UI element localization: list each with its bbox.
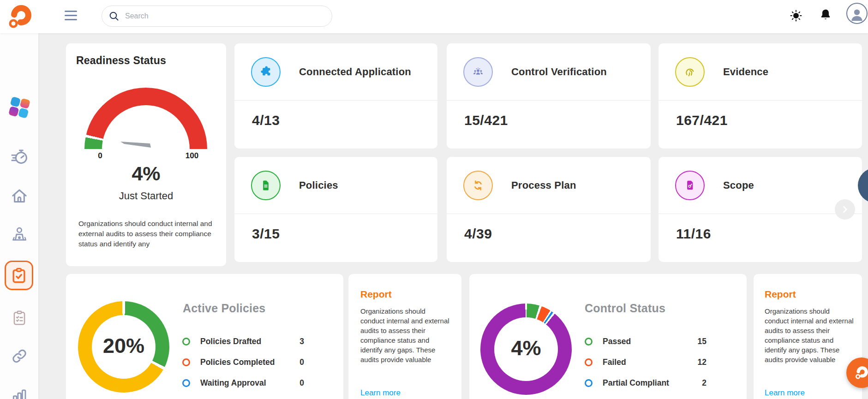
gauge-needle <box>120 139 154 150</box>
search-box[interactable] <box>102 6 332 27</box>
readiness-status-label: Just Started <box>66 190 226 202</box>
fingerprint-icon <box>683 65 697 79</box>
stat-title: Policies <box>299 179 338 191</box>
readiness-percent: 4% <box>66 162 226 185</box>
sidebar-item-tasks[interactable] <box>0 309 38 327</box>
sidebar-nav <box>0 33 38 399</box>
home-icon <box>10 187 29 205</box>
readiness-description: Organizations should conduct internal an… <box>78 219 215 249</box>
legend-value: 0 <box>299 378 304 388</box>
sync-icon <box>472 179 485 192</box>
control-status-card: 4% Control Status Passed 15 Failed 12 Pa… <box>469 274 747 399</box>
stat-card-evidence: Evidence 167/421 <box>658 43 862 149</box>
search-input[interactable] <box>124 12 325 21</box>
active-policies-card: 20% Active Policies Policies Drafted 3 P… <box>66 274 343 399</box>
report-card-right: Report Organizations should conduct inte… <box>754 274 862 399</box>
clipboard-check-icon <box>10 267 28 284</box>
search-icon <box>108 11 120 22</box>
stat-card-process-plan: Process Plan 4/39 <box>447 157 651 262</box>
legend-row: Passed 15 <box>585 337 706 346</box>
legend-dot-red <box>585 358 593 366</box>
legend-row: Policies Completed 0 <box>182 357 304 367</box>
legend-row: Partial Compliant 2 <box>585 378 706 388</box>
sidebar-item-agents[interactable] <box>0 225 38 245</box>
user-avatar[interactable] <box>846 3 868 24</box>
legend-dot-blue <box>585 379 593 387</box>
theme-toggle-sun-icon[interactable] <box>789 9 803 23</box>
sidebar-item-audit-active[interactable] <box>5 261 33 290</box>
learn-more-link[interactable]: Learn more <box>360 388 401 398</box>
group-icon <box>471 65 485 79</box>
chevron-right-icon <box>840 205 850 214</box>
legend-dot-green <box>585 338 593 345</box>
active-policies-percent: 20% <box>78 334 169 358</box>
legend-row: Waiting Approval 0 <box>182 378 304 388</box>
stat-card-connected-application: Connected Application 4/13 <box>234 43 437 149</box>
legend-value: 0 <box>299 357 304 367</box>
sidebar-item-quickstart[interactable] <box>0 147 38 166</box>
document-icon <box>259 179 272 192</box>
control-status-title: Control Status <box>585 302 665 315</box>
legend-label: Passed <box>603 337 631 346</box>
active-policies-title: Active Policies <box>183 302 265 315</box>
legend-dot-blue <box>182 379 190 387</box>
sidebar-item-home[interactable] <box>0 187 38 205</box>
stat-title: Scope <box>723 179 754 191</box>
puzzle-icon <box>259 65 273 79</box>
learn-more-link[interactable]: Learn more <box>765 388 805 398</box>
stat-value: 4/13 <box>252 113 280 128</box>
person-laptop-icon <box>9 225 30 245</box>
legend-label: Policies Completed <box>200 357 275 367</box>
brand-logo-mini-icon <box>855 365 868 380</box>
clipboard-list-icon <box>11 309 28 327</box>
sidebar-item-integrations[interactable] <box>0 348 38 364</box>
legend-value: 3 <box>299 337 304 346</box>
legend-dot-green <box>182 338 190 345</box>
legend-value: 2 <box>702 378 706 388</box>
stat-title: Process Plan <box>511 179 576 191</box>
doc-search-icon <box>683 179 696 192</box>
legend-row: Policies Drafted 3 <box>182 337 304 346</box>
stat-value: 4/39 <box>464 226 492 242</box>
notifications-bell-icon[interactable] <box>819 7 832 23</box>
stat-value: 3/15 <box>252 226 280 242</box>
gauge-min-label: 0 <box>92 151 108 161</box>
top-bar <box>0 0 868 33</box>
sidebar-item-reports[interactable] <box>0 387 38 399</box>
stat-value: 15/421 <box>464 113 508 128</box>
stat-title: Evidence <box>723 66 768 78</box>
bar-chart-icon <box>11 387 28 399</box>
stat-value: 11/16 <box>676 226 711 242</box>
readiness-status-card: Readiness Status 0 100 4% Just Started O… <box>66 43 226 266</box>
legend-row: Failed 12 <box>585 357 706 367</box>
control-status-percent: 4% <box>480 336 572 360</box>
stat-title: Control Verification <box>511 66 607 78</box>
legend-label: Waiting Approval <box>200 378 266 388</box>
stat-value: 167/421 <box>676 113 728 128</box>
person-icon <box>848 6 866 23</box>
legend-value: 15 <box>698 337 706 346</box>
legend-label: Partial Compliant <box>603 378 669 388</box>
legend-value: 12 <box>698 357 706 367</box>
stat-card-policies: Policies 3/15 <box>234 157 437 262</box>
pinwheel-logo-icon <box>9 97 30 118</box>
sidebar-item-workspace[interactable] <box>0 97 38 118</box>
gauge-max-label: 100 <box>184 151 200 161</box>
readiness-title: Readiness Status <box>76 54 166 67</box>
report-heading: Report <box>360 289 392 300</box>
report-body: Organizations should conduct internal an… <box>765 306 854 364</box>
legend-label: Failed <box>603 357 626 367</box>
stat-card-scope: Scope 11/16 <box>658 157 862 262</box>
report-heading: Report <box>765 289 796 300</box>
legend-label: Policies Drafted <box>200 337 261 346</box>
stopwatch-icon <box>10 147 29 166</box>
stat-title: Connected Application <box>299 66 411 78</box>
report-card-left: Report Organizations should conduct inte… <box>348 274 461 399</box>
stat-card-control-verification: Control Verification 15/421 <box>447 43 651 149</box>
carousel-next-button[interactable] <box>835 199 855 220</box>
link-icon <box>11 348 28 364</box>
menu-toggle-icon[interactable] <box>65 11 77 22</box>
legend-dot-red <box>182 358 190 366</box>
brand-logo-icon <box>7 4 32 30</box>
report-body: Organizations should conduct internal an… <box>360 306 450 364</box>
